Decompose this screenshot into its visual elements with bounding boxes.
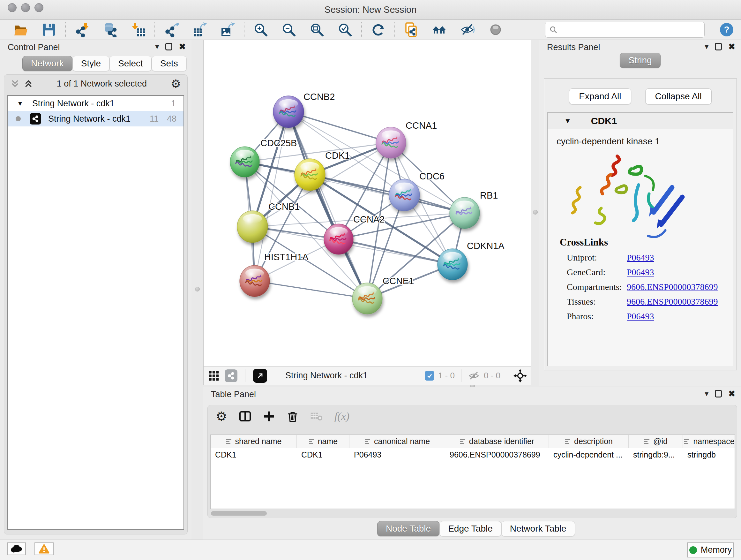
gene-header-row[interactable]: ▼ CDK1 [548, 113, 733, 129]
tab-node-table[interactable]: Node Table [377, 521, 440, 537]
network-status-dot-icon [16, 116, 21, 121]
tab-sets[interactable]: Sets [151, 56, 187, 71]
houses-button[interactable] [431, 22, 448, 38]
memory-label: Memory [701, 545, 732, 555]
column-edit-icon [308, 438, 315, 445]
expand-all-button[interactable]: Expand All [569, 88, 631, 105]
float-panel-icon[interactable] [715, 390, 722, 397]
column-header[interactable]: name [297, 435, 349, 448]
show-columns-icon[interactable] [239, 410, 252, 423]
memory-button[interactable]: Memory [687, 543, 734, 557]
close-panel-icon[interactable]: ✖ [728, 389, 735, 398]
float-panel-icon[interactable] [165, 43, 172, 51]
collapse-all-chevron-icon[interactable] [10, 79, 19, 88]
grid-view-icon[interactable] [208, 370, 219, 381]
zoom-selected-button[interactable] [337, 22, 353, 38]
gene-collapse-icon[interactable]: ▼ [564, 117, 571, 125]
node-label-CCNB2: CCNB2 [304, 91, 335, 102]
export-table-button[interactable] [192, 22, 207, 38]
help-button[interactable]: ? [719, 22, 735, 38]
control-panel-title: Control Panel [8, 43, 60, 52]
zoom-fit-button[interactable] [309, 22, 325, 38]
show-details-eye-button[interactable] [488, 22, 503, 38]
import-network-database-button[interactable] [102, 22, 118, 38]
export-network-button[interactable] [163, 22, 179, 38]
column-header[interactable]: shared name [211, 435, 297, 448]
clone-network-button[interactable] [403, 22, 419, 38]
cloud-icon [11, 545, 22, 553]
edge-CCNB2-CCNA1 [288, 112, 391, 143]
export-image-button[interactable] [219, 22, 235, 38]
zoom-in-button[interactable] [253, 22, 269, 38]
search-field[interactable] [545, 22, 704, 38]
tab-edge-table[interactable]: Edge Table [440, 521, 501, 537]
panel-menu-icon[interactable]: ▾ [155, 43, 159, 51]
column-header[interactable]: database identifier [445, 435, 549, 448]
save-session-button[interactable] [41, 22, 57, 38]
table-horizontal-scrollbar[interactable] [211, 511, 734, 516]
tab-network-table[interactable]: Network Table [501, 521, 575, 537]
refresh-button[interactable] [370, 22, 386, 38]
tab-style[interactable]: Style [72, 56, 110, 71]
open-session-button[interactable] [13, 22, 29, 38]
column-header[interactable]: canonical name [349, 435, 445, 448]
control-panel: Control Panel ▾ ✖ Network Style Select S… [0, 40, 192, 540]
close-panel-icon[interactable]: ✖ [728, 43, 735, 51]
left-splitter[interactable] [192, 40, 203, 540]
search-input[interactable] [560, 23, 700, 36]
node-label-RB1: RB1 [480, 190, 498, 200]
collection-expand-icon[interactable]: ▼ [17, 100, 23, 107]
collapse-all-button[interactable]: Collapse All [645, 88, 712, 105]
node-table[interactable]: shared name name canonical name database… [210, 435, 735, 509]
table-row[interactable]: CDK1 CDK1 P06493 9606.ENSP00000378699 cy… [211, 448, 735, 461]
network-options-gear-icon[interactable]: ⚙ [171, 77, 181, 90]
collection-label: String Network - cdk1 [32, 99, 115, 109]
crosshair-icon[interactable] [514, 369, 527, 382]
column-edit-icon [364, 438, 371, 445]
panel-menu-icon[interactable]: ▾ [704, 43, 709, 51]
warnings-button[interactable] [35, 543, 54, 555]
table-settings-gear-icon[interactable]: ⚙ [216, 409, 227, 424]
cloud-status-button[interactable] [7, 543, 26, 555]
crosslink-link[interactable]: P06493 [627, 253, 654, 263]
zoom-out-button[interactable] [281, 22, 297, 38]
column-header[interactable]: namespace [683, 435, 735, 448]
results-panel-title: Results Panel [547, 43, 600, 52]
add-column-icon[interactable] [263, 410, 275, 422]
import-network-file-button[interactable] [74, 22, 90, 38]
protein-structure-image [567, 149, 701, 245]
crosslink-link[interactable]: P06493 [627, 267, 654, 277]
expand-all-chevron-icon[interactable] [24, 79, 33, 88]
close-panel-icon[interactable]: ✖ [179, 43, 186, 51]
window-title: Session: New Session [0, 4, 741, 15]
hidden-eye-icon[interactable] [468, 371, 480, 381]
network-row-selected[interactable]: String Network - cdk1 11 48 [8, 111, 184, 126]
title-bar: Session: New Session [0, 0, 741, 20]
crosslink-link[interactable]: 9606.ENSP00000378699 [627, 282, 718, 292]
open-folder-icon [13, 22, 28, 37]
toolbar-separator [361, 22, 362, 37]
hide-details-eye-button[interactable] [460, 22, 475, 38]
network-collection-row[interactable]: ▼ String Network - cdk1 1 [8, 96, 184, 111]
float-panel-icon[interactable] [715, 43, 722, 51]
network-canvas[interactable]: CCNB2 CCNA1 CDC25B CDK1 CDC6 RB1 [203, 40, 531, 366]
import-table-file-button[interactable] [130, 22, 146, 38]
panel-menu-icon[interactable]: ▾ [704, 390, 709, 397]
birdseye-view-icon[interactable] [253, 369, 267, 383]
crosslink-link[interactable]: 9606.ENSP00000378699 [627, 297, 718, 307]
crosslink-link[interactable]: P06493 [627, 311, 654, 321]
svg-text:?: ? [724, 24, 729, 35]
column-header[interactable]: description [549, 435, 629, 448]
delete-column-icon[interactable] [286, 410, 299, 422]
node-label-CDC25B: CDC25B [260, 138, 297, 148]
gene-name: CDK1 [591, 116, 617, 126]
column-header[interactable]: @id [629, 435, 683, 448]
node-CDKN1A [437, 249, 468, 280]
selected-nodes-checkbox[interactable] [425, 371, 434, 381]
tab-network[interactable]: Network [22, 56, 72, 71]
tab-select[interactable]: Select [110, 56, 151, 71]
network-share-icon[interactable] [225, 369, 238, 382]
right-splitter[interactable] [531, 40, 539, 386]
node-CCNE1 [352, 283, 382, 314]
tab-string[interactable]: String [620, 53, 660, 68]
